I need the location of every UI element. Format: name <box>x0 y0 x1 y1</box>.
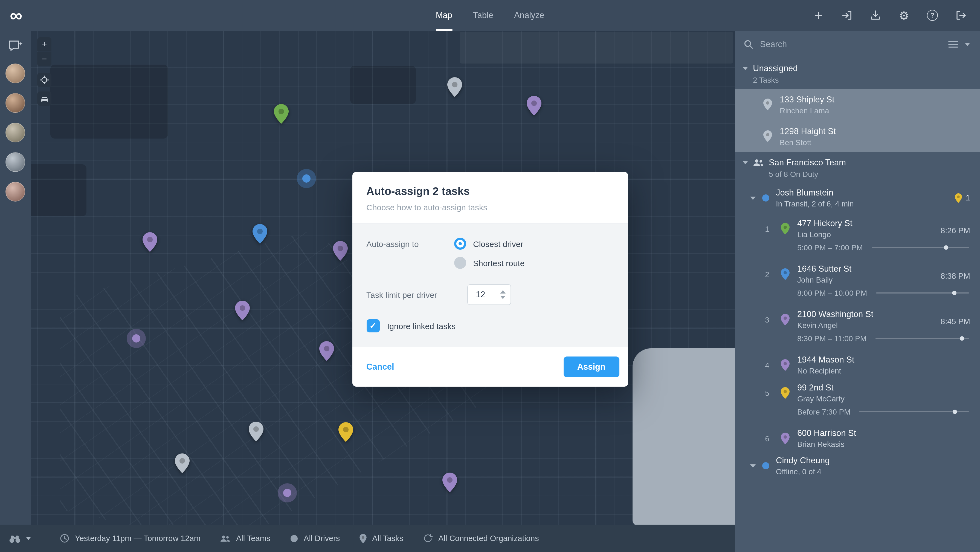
radio-selected-icon[interactable] <box>454 238 466 250</box>
stepper-down-icon[interactable] <box>500 296 505 299</box>
download-icon[interactable] <box>869 9 881 21</box>
unassigned-task-row[interactable]: 1298 Haight St Ben Stott <box>735 120 980 152</box>
binoculars-filter-button[interactable] <box>9 533 31 543</box>
time-range-filter[interactable]: Yesterday 11pm — Tomorrow 12am <box>60 533 200 543</box>
map-task-pin[interactable] <box>175 453 189 473</box>
traffic-car-button[interactable] <box>37 91 51 106</box>
driver-status-dot <box>762 462 769 469</box>
help-icon[interactable]: ? <box>926 9 939 21</box>
map-task-pin[interactable] <box>527 96 541 116</box>
route-task-row[interactable]: 6 600 Harrison St Brian Rekasis <box>735 423 980 451</box>
task-pin-icon <box>763 99 772 111</box>
dialog-title: Auto-assign 2 tasks <box>366 185 614 198</box>
radio-label: Closest driver <box>473 239 523 248</box>
radio-closest-driver[interactable]: Closest driver <box>454 238 525 250</box>
add-conversation-icon[interactable] <box>8 40 22 53</box>
task-pin-icon <box>360 534 367 543</box>
map-task-dot[interactable] <box>283 489 291 497</box>
map-task-pin[interactable] <box>274 104 289 124</box>
task-pin-icon <box>781 387 789 399</box>
map-task-pin[interactable] <box>235 301 250 321</box>
group-header-team[interactable]: San Francisco Team 5 of 8 On Duty <box>735 152 980 183</box>
tab-analyze[interactable]: Analyze <box>514 0 544 31</box>
task-recipient: John Baily <box>797 276 940 284</box>
cancel-button[interactable]: Cancel <box>366 362 394 372</box>
list-view-icon[interactable] <box>948 40 958 48</box>
drivers-filter[interactable]: All Drivers <box>290 533 340 543</box>
route-task-row[interactable]: 5 99 2nd St Gray McCarty <box>735 377 980 405</box>
timeline-slider[interactable] <box>859 411 969 412</box>
zoom-in-button[interactable]: + <box>37 37 51 51</box>
driver-dot-icon <box>290 534 298 542</box>
map-task-pin[interactable] <box>447 77 462 97</box>
stepper-up-icon[interactable] <box>500 290 505 294</box>
task-recipient: Brian Rekasis <box>797 440 970 448</box>
import-icon[interactable] <box>841 9 853 21</box>
task-recipient: Kevin Angel <box>797 321 940 330</box>
team-people-icon <box>753 158 764 167</box>
driver-avatar[interactable] <box>5 182 25 201</box>
infinity-logo-icon[interactable]: ∞ <box>10 2 22 29</box>
task-limit-stepper[interactable]: 12 <box>467 284 511 305</box>
tasks-filter[interactable]: All Tasks <box>360 533 403 543</box>
task-side-panel: Unassigned 2 Tasks 133 Shipley St Rinche… <box>735 31 980 552</box>
chevron-down-icon <box>750 196 756 199</box>
search-bar <box>735 31 980 58</box>
search-input[interactable] <box>760 40 942 49</box>
checkbox-checked-icon[interactable]: ✓ <box>366 319 379 332</box>
driver-avatar[interactable] <box>5 152 25 172</box>
task-title: 477 Hickory St <box>797 219 940 228</box>
task-recipient: Lia Longo <box>797 230 940 239</box>
driver-avatar[interactable] <box>5 64 25 83</box>
route-task-row[interactable]: 4 1944 Mason St No Recipient <box>735 349 980 377</box>
map-task-pin[interactable] <box>319 341 334 361</box>
task-eta: 8:26 PM <box>940 226 970 235</box>
group-subtitle: 2 Tasks <box>753 76 798 85</box>
task-title: 1944 Mason St <box>797 355 970 365</box>
settings-gear-icon[interactable]: ⚙ <box>898 9 910 21</box>
map-task-pin[interactable] <box>333 241 348 261</box>
route-task-row[interactable]: 1 477 Hickory St Lia Longo 8:26 PM <box>735 213 980 241</box>
driver-avatar[interactable] <box>5 123 25 142</box>
assign-to-label: Auto-assign to <box>366 238 454 269</box>
task-time-window: Before 7:30 PM <box>735 405 980 423</box>
assign-button[interactable]: Assign <box>563 356 619 377</box>
map-task-dot[interactable] <box>132 334 140 343</box>
task-number: 5 <box>761 389 773 397</box>
radio-shortest-route[interactable]: Shortest route <box>454 257 525 269</box>
tab-map[interactable]: Map <box>436 0 452 31</box>
task-pin-icon <box>781 223 789 235</box>
add-icon[interactable]: + <box>813 9 825 21</box>
map-task-pin[interactable] <box>253 224 267 244</box>
timeline-slider[interactable] <box>872 247 969 248</box>
task-limit-value[interactable]: 12 <box>476 290 500 300</box>
ignore-linked-tasks-option[interactable]: ✓ Ignore linked tasks <box>366 319 614 332</box>
map-task-dot[interactable] <box>302 174 310 183</box>
locate-crosshair-button[interactable] <box>37 73 51 87</box>
route-task-row[interactable]: 2 1646 Sutter St John Baily 8:38 PM <box>735 258 980 286</box>
binoculars-icon <box>9 533 21 543</box>
driver-avatar[interactable] <box>5 93 25 113</box>
app-window: ∞ Map Table Analyze + ⚙ ? <box>0 0 980 552</box>
sign-out-icon[interactable] <box>955 9 967 21</box>
clock-icon <box>60 533 70 543</box>
route-task-row[interactable]: 3 2100 Washington St Kevin Angel 8:45 PM <box>735 304 980 332</box>
organizations-filter[interactable]: All Connected Organizations <box>423 533 539 543</box>
auto-assign-dialog: Auto-assign 2 tasks Choose how to auto-a… <box>352 172 628 387</box>
timeline-slider[interactable] <box>876 292 969 294</box>
task-eta: 8:38 PM <box>940 271 970 281</box>
tab-table[interactable]: Table <box>473 0 493 31</box>
map-task-pin[interactable] <box>442 472 457 492</box>
timeline-slider[interactable] <box>875 338 969 339</box>
driver-row[interactable]: Cindy Cheung Offline, 0 of 4 <box>735 451 980 481</box>
driver-row[interactable]: Josh Blumstein In Transit, 2 of 6, 4 min… <box>735 183 980 213</box>
group-header-unassigned[interactable]: Unassigned 2 Tasks <box>735 58 980 89</box>
list-options-chevron-icon[interactable] <box>965 43 970 46</box>
map-task-pin[interactable] <box>143 232 158 252</box>
map-task-pin[interactable] <box>249 422 264 441</box>
radio-unselected-icon[interactable] <box>454 257 466 269</box>
map-task-pin[interactable] <box>339 422 353 442</box>
unassigned-task-row[interactable]: 133 Shipley St Rinchen Lama <box>735 89 980 120</box>
teams-filter[interactable]: All Teams <box>220 533 270 543</box>
zoom-out-button[interactable]: − <box>37 52 51 66</box>
